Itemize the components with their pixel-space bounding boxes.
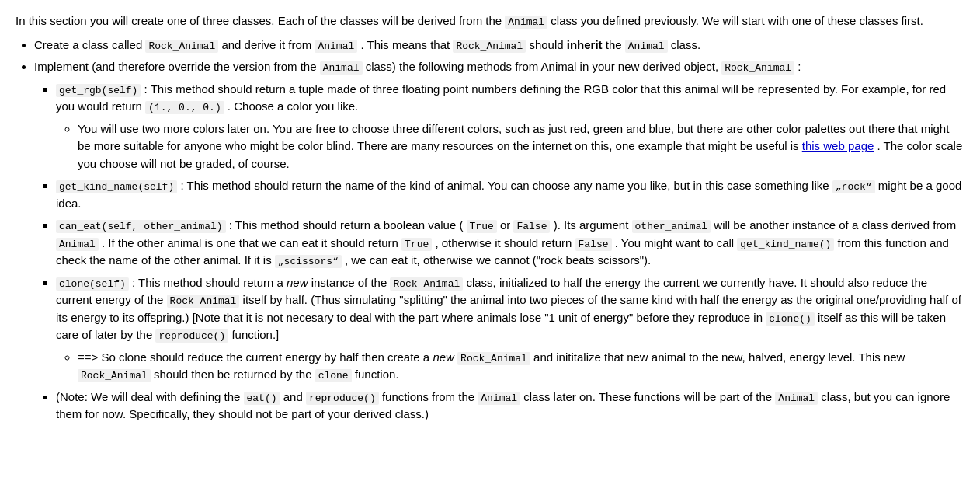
animal-code-4: Animal bbox=[56, 238, 99, 251]
rock-example-code: „rock“ bbox=[832, 180, 875, 193]
intro-paragraph: In this section you will create one of t… bbox=[16, 12, 964, 30]
animal-code-1: Animal bbox=[315, 40, 357, 53]
method-clone: clone(self) : This method should return … bbox=[56, 274, 964, 384]
rock-animal-code-4: Rock_Animal bbox=[390, 277, 463, 291]
method-note: (Note: We will deal with defining the ea… bbox=[56, 389, 964, 424]
inherit-bold: inherit bbox=[567, 38, 603, 51]
reproduce-code-2: reproduce() bbox=[306, 392, 379, 405]
animal-code-2: Animal bbox=[625, 40, 668, 53]
animal-code-intro: Animal bbox=[505, 16, 547, 29]
new-em-2: new bbox=[433, 350, 454, 364]
clone-code-1: clone(self) bbox=[56, 277, 129, 291]
methods-list: get_rgb(self) : This method should retur… bbox=[56, 81, 964, 424]
eat-code: eat() bbox=[244, 392, 280, 405]
main-list: Create a class called Rock_Animal and de… bbox=[34, 37, 964, 424]
rgb-sublist: You will use two more colors later on. Y… bbox=[78, 120, 964, 173]
clone-code-2: clone() bbox=[766, 312, 815, 326]
reproduce-code-1: reproduce() bbox=[155, 329, 228, 343]
animal-code-3: Animal bbox=[320, 61, 363, 75]
rock-animal-code-1: Rock_Animal bbox=[145, 40, 218, 53]
true-code-1: True bbox=[467, 220, 497, 233]
animal-code-6: Animal bbox=[775, 392, 818, 405]
content-area: In this section you will create one of t… bbox=[16, 12, 964, 424]
method-get-kind-name: get_kind_name(self) : This method should… bbox=[56, 177, 964, 212]
rock-animal-code-6: Rock_Animal bbox=[457, 352, 530, 365]
rock-animal-code-7: Rock_Animal bbox=[78, 369, 151, 382]
clone-subitem: ==> So clone should reduce the current e… bbox=[78, 349, 964, 384]
true-code-2: True bbox=[401, 238, 432, 251]
get-kind-name-call-code: get_kind_name() bbox=[737, 238, 834, 251]
animal-code-5: Animal bbox=[478, 392, 520, 405]
can-eat-code: can_eat(self, other_animal) bbox=[56, 220, 226, 233]
other-animal-code: other_animal bbox=[632, 220, 711, 233]
get-kind-name-code: get_kind_name(self) bbox=[56, 180, 177, 193]
clone-sublist: ==> So clone should reduce the current e… bbox=[78, 349, 964, 384]
rgb-subitem: You will use two more colors later on. Y… bbox=[78, 120, 964, 173]
rock-animal-code-5: Rock_Animal bbox=[167, 295, 240, 308]
rgb-example-code: (1., 0., 0.) bbox=[145, 101, 224, 114]
false-code-1: False bbox=[513, 220, 550, 233]
false-code-2: False bbox=[575, 238, 612, 251]
get-rgb-code: get_rgb(self) bbox=[56, 84, 141, 97]
list-item-2: Implement (and therefore override the ve… bbox=[34, 58, 964, 424]
scissors-code: „scissors“ bbox=[275, 255, 342, 268]
method-get-rgb: get_rgb(self) : This method should retur… bbox=[56, 81, 964, 173]
list-item-1: Create a class called Rock_Animal and de… bbox=[34, 37, 964, 54]
method-can-eat: can_eat(self, other_animal) : This metho… bbox=[56, 217, 964, 270]
clone-code-3: clone bbox=[315, 369, 352, 382]
rock-animal-code-2: Rock_Animal bbox=[453, 40, 526, 53]
new-em-1: new bbox=[287, 276, 308, 289]
rock-animal-code-3: Rock_Animal bbox=[721, 61, 794, 75]
color-page-link[interactable]: this web page bbox=[802, 139, 874, 152]
